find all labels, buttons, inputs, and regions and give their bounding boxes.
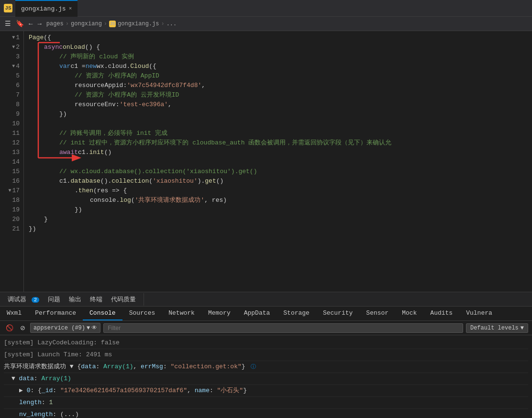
line-number: ▼17 bbox=[0, 186, 23, 196]
tab-codequality[interactable]: 代码质量 bbox=[107, 293, 140, 306]
expand-item0[interactable]: ▶ bbox=[19, 387, 27, 394]
tab-issues[interactable]: 问题 bbox=[44, 293, 64, 306]
bookmark-icon[interactable]: 🔖 bbox=[16, 20, 24, 28]
line-number: 3 bbox=[0, 52, 23, 62]
console-filter-input[interactable] bbox=[103, 323, 463, 333]
line-number: 14 bbox=[0, 157, 23, 167]
code-editor: ▼1▼23▼45678910111213141516▼1718192021 Pa… bbox=[0, 31, 532, 292]
js-icon-small: JS bbox=[109, 21, 116, 27]
code-line bbox=[29, 157, 532, 167]
back-icon[interactable]: ← bbox=[29, 20, 33, 28]
titlebar: JS gongxiang.js × bbox=[0, 0, 532, 17]
line-number: ▼4 bbox=[0, 62, 23, 71]
service-select[interactable]: appservice (#9) ▼ 👁 bbox=[30, 323, 100, 333]
expand-obj-arrow[interactable]: ▼ bbox=[70, 363, 74, 370]
close-tab-button[interactable]: × bbox=[69, 6, 72, 11]
code-line bbox=[29, 119, 532, 129]
console-line-6: length: 1 bbox=[4, 397, 528, 409]
breadcrumb-pages[interactable]: pages bbox=[46, 21, 64, 27]
tab-performance[interactable]: Performance bbox=[28, 307, 83, 320]
line-num-text: 5 bbox=[16, 71, 20, 81]
clear-console-button[interactable]: 🚫 bbox=[4, 323, 15, 332]
eye-icon[interactable]: 👁 bbox=[91, 324, 97, 331]
menu-icon[interactable]: ☰ bbox=[5, 20, 11, 28]
levels-select[interactable]: Default levels ▼ bbox=[466, 323, 528, 333]
fold-arrow[interactable]: ▼ bbox=[12, 33, 15, 43]
val-length: 1 bbox=[49, 399, 53, 406]
prop-errmsg: errMsg bbox=[141, 363, 163, 370]
tab-memory[interactable]: Memory bbox=[201, 307, 237, 320]
tab-network[interactable]: Network bbox=[162, 307, 201, 320]
tab-wxml[interactable]: Wxml bbox=[0, 307, 28, 320]
code-line: // wx.cloud.database().collection('xiaos… bbox=[29, 167, 532, 176]
code-line: resourceAppid: 'wx7c54942dfc87f4d8', bbox=[29, 81, 532, 90]
tab-mock[interactable]: Mock bbox=[395, 307, 423, 320]
fold-arrow[interactable]: ▼ bbox=[12, 62, 15, 71]
bottom-panel: 调试器 2 问题 输出 终端 代码质量 Wxml Performance Con… bbox=[0, 292, 532, 418]
code-area: ▼1▼23▼45678910111213141516▼1718192021 Pa… bbox=[0, 31, 532, 292]
sep2: › bbox=[104, 21, 107, 27]
code-line: }) bbox=[29, 110, 532, 119]
tab-sensor[interactable]: Sensor bbox=[359, 307, 395, 320]
levels-label: Default levels bbox=[470, 325, 519, 331]
tab-security[interactable]: Security bbox=[316, 307, 359, 320]
line-number: 5 bbox=[0, 71, 23, 81]
line-num-text: 8 bbox=[16, 100, 20, 110]
line-number: 9 bbox=[0, 110, 23, 119]
editor-tab[interactable]: gongxiang.js × bbox=[15, 0, 78, 17]
colon8: : bbox=[53, 411, 60, 418]
console-nav-tabs: Wxml Performance Console Sources Network… bbox=[0, 307, 532, 321]
line-number: 11 bbox=[0, 129, 23, 138]
key-data: data bbox=[19, 375, 34, 382]
code-line: // 声明新的 cloud 实例 bbox=[29, 52, 532, 62]
code-line: var c1 = new wx.cloud.Cloud({ bbox=[29, 62, 532, 71]
tab-output[interactable]: 输出 bbox=[65, 293, 85, 306]
code-line: resourceEnv: 'test-ec396a', bbox=[29, 100, 532, 110]
tab-terminal[interactable]: 终端 bbox=[86, 293, 106, 306]
line-num-text: 4 bbox=[16, 62, 20, 71]
code-line: Page({ bbox=[29, 33, 532, 43]
line-number: 16 bbox=[0, 176, 23, 186]
fold-arrow[interactable]: ▼ bbox=[12, 43, 15, 52]
brace-close1: } bbox=[242, 363, 245, 370]
tab-audits[interactable]: Audits bbox=[423, 307, 459, 320]
colon5: : bbox=[53, 387, 60, 394]
line-number: 7 bbox=[0, 90, 23, 100]
shared-env-label: 共享环境请求数据成功 bbox=[4, 363, 70, 370]
line-num-text: 12 bbox=[12, 138, 20, 148]
block-button[interactable]: ⊘ bbox=[18, 323, 27, 332]
line-number: 15 bbox=[0, 167, 23, 176]
console-line-5: ▶ 0: {_id: "17e3426e6216457a105693702157… bbox=[4, 385, 528, 397]
console-line-7: nv_length: (...) bbox=[4, 409, 528, 418]
code-content[interactable]: Page({async onLoad() {// 声明新的 cloud 实例va… bbox=[24, 31, 532, 292]
colon7: : bbox=[42, 399, 49, 406]
line-num-text: 17 bbox=[12, 186, 20, 196]
code-line: c1.database().collection('xiaoshitou').g… bbox=[29, 176, 532, 186]
tab-debugger[interactable]: 调试器 2 bbox=[4, 293, 43, 306]
breadcrumb-more[interactable]: ... bbox=[166, 21, 177, 27]
key-length: length bbox=[19, 399, 42, 406]
code-line: // 跨账号调用，必须等待 init 完成 bbox=[29, 129, 532, 138]
tab-console[interactable]: Console bbox=[83, 307, 122, 320]
console-line-1: [system] LazyCodeLoading: false bbox=[4, 337, 528, 349]
line-num-text: 1 bbox=[16, 33, 20, 43]
tab-vulnera[interactable]: Vulnera bbox=[459, 307, 499, 320]
expand-data[interactable]: ▼ bbox=[11, 375, 19, 382]
fold-arrow[interactable]: ▼ bbox=[8, 186, 11, 196]
breadcrumb-file[interactable]: gongxiang.js bbox=[118, 21, 159, 27]
code-line: .then(res => { bbox=[29, 186, 532, 196]
forward-icon[interactable]: → bbox=[37, 20, 41, 28]
line-number: ▼1 bbox=[0, 33, 23, 43]
code-line: // 资源方 小程序A的 云开发环境ID bbox=[29, 90, 532, 100]
tab-sources[interactable]: Sources bbox=[122, 307, 162, 320]
colon2: : bbox=[163, 363, 171, 370]
console-line-3: 共享环境请求数据成功 ▼ {data: Array(1), errMsg: "c… bbox=[4, 361, 528, 373]
tab-storage[interactable]: Storage bbox=[277, 307, 316, 320]
line-num-text: 3 bbox=[16, 52, 20, 62]
line-number: 12 bbox=[0, 138, 23, 148]
key-id: _id bbox=[42, 387, 53, 394]
tab-appdata[interactable]: AppData bbox=[237, 307, 277, 320]
breadcrumb-gongxiang[interactable]: gongxiang bbox=[71, 21, 102, 27]
line-number: 20 bbox=[0, 215, 23, 224]
code-line: } bbox=[29, 215, 532, 224]
